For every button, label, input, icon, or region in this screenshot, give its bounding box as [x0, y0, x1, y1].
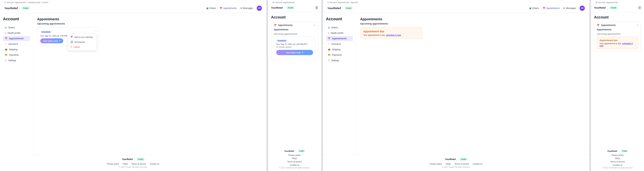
- sidebar-item-health-3[interactable]: ♥ Health profile: [326, 31, 353, 36]
- footer-contact-3[interactable]: Contact us: [472, 163, 482, 165]
- sidebar-item-appointments-1[interactable]: 📅 Appointments: [3, 36, 30, 41]
- calendar-icon-1: 📅: [220, 7, 222, 10]
- nav-avatar-1[interactable]: AB: [257, 6, 262, 11]
- sidebar-item-health-1[interactable]: ♥ Health profile: [3, 31, 30, 36]
- hamburger-icon-2[interactable]: ☰: [315, 6, 318, 10]
- schedule-now-link-3[interactable]: schedule it now: [386, 34, 401, 36]
- sidebar-item-payments-1[interactable]: 💳 Payments: [3, 52, 30, 58]
- mobile-logo-badge-2: Truepill: [287, 7, 294, 9]
- footer-contact-1[interactable]: Contact us: [150, 163, 159, 165]
- mobile-footer-faqs-2[interactable]: FAQs: [292, 157, 297, 159]
- nav-messages-3[interactable]: ✉ Messages: [563, 7, 576, 10]
- footer-links-3: Privacy policy FAQs Terms of service Con…: [430, 163, 482, 165]
- mobile-footer-logo-text-4: YourRelief: [607, 150, 617, 152]
- nav-links-1: ▦ Orders 📅 Appointments ✉ Messages AB: [206, 6, 262, 11]
- sidebar-item-appointments-3[interactable]: 📅 Appointments: [326, 36, 353, 41]
- mobile-footer-contact-2[interactable]: Contact us: [290, 164, 300, 166]
- mobile-appt-date-2: Tue, Sep 21, 2021 at 1:30 PM (PT): [276, 43, 313, 45]
- appt-section-subtitle-3: Upcoming appointments: [360, 22, 585, 25]
- mobile-account-title-4: Account: [594, 15, 641, 19]
- mobile-three-dots-2[interactable]: ···: [312, 38, 314, 41]
- nav-3: YourRelief | Truepill ▦ Orders 📅 Appoint…: [323, 4, 589, 13]
- content-title-3: Appointments: [360, 17, 585, 21]
- dropdown-add-calendar-1[interactable]: 📅 Add to your calendar: [68, 35, 97, 40]
- sidebar-item-settings-1[interactable]: ⚙ Settings: [3, 58, 30, 63]
- payments-sidebar-icon-3: 💳: [328, 54, 330, 56]
- screen-3-desktop-due: D / Account / Appointments - appt due Yo…: [323, 0, 589, 171]
- breadcrumb-3: D / Account / Appointments - appt due: [323, 0, 589, 4]
- footer-badge-3: Truepill: [460, 158, 467, 160]
- nav-avatar-3[interactable]: AB: [580, 6, 585, 11]
- logo-text-3: YourRelief: [328, 7, 341, 10]
- breadcrumb-2: M / Account / Appointments...: [268, 0, 321, 4]
- logo-badge-3: Truepill: [345, 7, 352, 10]
- sidebar-item-settings-3[interactable]: ⚙ Settings: [326, 58, 353, 63]
- mobile-scheduled-badge-2: Scheduled: [276, 40, 288, 42]
- mobile-due-card-4: Appointment due Your appointment is due,…: [597, 37, 638, 49]
- hamburger-icon-4[interactable]: ☰: [638, 6, 641, 10]
- sidebar-item-payments-3[interactable]: 💳 Payments: [326, 52, 353, 58]
- screen-4-mobile-due: M / Account / Appointments... YourRelief…: [591, 0, 644, 171]
- sidebar-item-shipping-3[interactable]: 📦 Shipping: [326, 47, 353, 52]
- footer-faqs-1[interactable]: FAQs: [123, 163, 128, 165]
- nav-appointments-3[interactable]: 📅 Appointments: [542, 7, 560, 10]
- orders-icon-3: ▦: [529, 7, 531, 10]
- insurance-sidebar-icon-3: 🛡: [328, 43, 330, 45]
- footer-privacy-1[interactable]: Privacy policy: [107, 163, 119, 165]
- mobile-content-4: Account 📅 Appointments ∧ Appointments Up…: [591, 12, 644, 147]
- breadcrumb-4: M / Account / Appointments...: [591, 0, 644, 4]
- mobile-footer-privacy-4[interactable]: Privacy policy: [611, 154, 624, 156]
- mobile-footer-links-2: Privacy policy FAQs Terms of service Con…: [287, 154, 302, 166]
- appointment-card-1: Scheduled ··· Tue, Sep 21, 2021 at 1:30 …: [37, 27, 99, 46]
- sidebar-3: Account ▦ Orders ♥ Health profile 📅 Appo…: [323, 13, 356, 155]
- sidebar-item-orders-3[interactable]: ▦ Orders: [326, 25, 353, 30]
- main-layout-1: Account ▦ Orders ♥ Health profile 📅 Appo…: [0, 13, 266, 155]
- content-1: Appointments Upcoming appointments Sched…: [33, 13, 266, 155]
- nav-messages-1[interactable]: ✉ Messages: [240, 7, 253, 10]
- mobile-footer-contact-4[interactable]: Contact us: [613, 164, 622, 166]
- accordion-header-4[interactable]: 📅 Appointments ∧: [594, 22, 641, 28]
- mobile-footer-terms-2[interactable]: Terms of service: [287, 160, 302, 163]
- mobile-footer-copy-4: © 2022 YourRelief. All rights reserved.: [602, 167, 633, 169]
- mobile-section-subtitle-4: Upcoming appointments: [597, 33, 638, 35]
- settings-sidebar-icon-1: ⚙: [5, 59, 7, 62]
- sidebar-item-shipping-1[interactable]: 📦 Shipping: [3, 47, 30, 52]
- dropdown-reschedule-1[interactable]: 🔄 Reschedule: [68, 40, 97, 44]
- due-text-3: Your appointment is due, schedule it now: [364, 34, 419, 36]
- nav-links-3: ▦ Orders 📅 Appointments ✉ Messages AB: [529, 6, 585, 11]
- mobile-section-title-4: Appointments: [597, 28, 638, 31]
- accordion-header-2[interactable]: 📅 Appointments ∧: [271, 22, 318, 28]
- footer-privacy-3[interactable]: Privacy policy: [430, 163, 442, 165]
- nav-orders-3[interactable]: ▦ Orders: [529, 7, 539, 10]
- sidebar-item-insurance-1[interactable]: 🛡 Insurance: [3, 42, 30, 47]
- footer-terms-3[interactable]: Terms of service: [454, 163, 469, 165]
- nav-orders-1[interactable]: ▦ Orders: [206, 7, 216, 10]
- nav-appointments-1[interactable]: 📅 Appointments: [220, 7, 236, 10]
- calendar-dropdown-icon-1: 📅: [70, 36, 73, 38]
- orders-icon-1: ▦: [206, 7, 208, 10]
- mobile-accordion-4: 📅 Appointments ∧ Appointments Upcoming a…: [594, 22, 641, 52]
- mobile-footer-privacy-2[interactable]: Privacy policy: [288, 154, 301, 156]
- due-title-3: Appointment due: [364, 30, 419, 33]
- footer-logo-row-1: YourRelief | Truepill: [122, 158, 144, 160]
- accordion-content-4: Appointments Upcoming appointments Appoi…: [594, 28, 641, 51]
- messages-icon-1: ✉: [240, 7, 242, 10]
- mobile-footer-copy-2: © 2022 YourRelief. All rights reserved.: [279, 167, 310, 169]
- join-video-btn-1[interactable]: Join video visit ↗: [40, 38, 63, 43]
- mobile-due-title-4: Appointment due: [600, 39, 636, 42]
- mobile-appt-duration-2: 15 minutes session: [276, 46, 313, 48]
- sidebar-item-insurance-3[interactable]: 🛡 Insurance: [326, 42, 353, 47]
- sidebar-item-orders-1[interactable]: ▦ Orders: [3, 25, 30, 30]
- appointments-sidebar-icon-3: 📅: [328, 37, 330, 40]
- three-dots-menu-1[interactable]: ···: [95, 30, 97, 33]
- footer-faqs-3[interactable]: FAQs: [446, 163, 451, 165]
- mobile-nav-2: YourRelief | Truepill ☰: [268, 4, 321, 12]
- mobile-join-btn-2[interactable]: Join video visit ↗: [276, 50, 313, 55]
- footer-terms-1[interactable]: Terms of service: [132, 163, 146, 165]
- mobile-footer-faqs-4[interactable]: FAQs: [615, 157, 620, 159]
- shipping-sidebar-icon-1: 📦: [5, 48, 8, 51]
- accordion-calendar-icon-2: 📅: [274, 24, 276, 27]
- dropdown-cancel-1[interactable]: ✕ Cancel: [68, 44, 97, 49]
- mobile-footer-terms-4[interactable]: Terms of service: [610, 160, 625, 163]
- mobile-footer-logo-text-2: YourRelief: [284, 150, 294, 152]
